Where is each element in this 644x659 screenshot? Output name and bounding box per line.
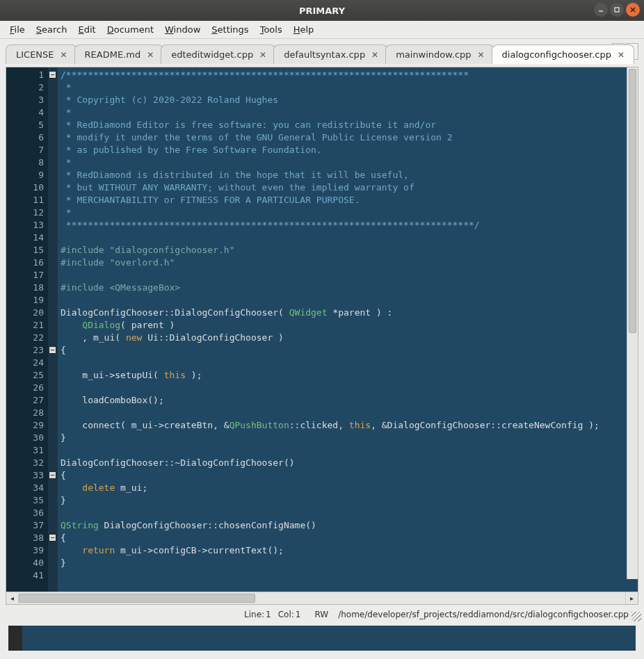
code-area[interactable]: /***************************************… bbox=[58, 67, 638, 592]
menu-edit[interactable]: Edit bbox=[72, 22, 101, 38]
maximize-button[interactable] bbox=[610, 3, 624, 17]
fold-toggle-icon[interactable]: − bbox=[49, 346, 56, 354]
line-number: 19 bbox=[8, 294, 44, 307]
code-line[interactable]: } bbox=[61, 494, 635, 507]
fold-column[interactable]: −−−− bbox=[48, 67, 58, 592]
line-number: 15 bbox=[8, 244, 44, 257]
menu-settings[interactable]: Settings bbox=[206, 22, 254, 38]
fold-toggle-icon[interactable]: − bbox=[49, 534, 56, 542]
tab-dialogconfigchooser-cpp[interactable]: dialogconfigchooser.cpp✕ bbox=[492, 44, 634, 64]
line-number: 16 bbox=[8, 257, 44, 269]
code-line[interactable] bbox=[61, 569, 635, 582]
code-line[interactable]: delete m_ui; bbox=[61, 482, 635, 494]
code-line[interactable]: ****************************************… bbox=[61, 219, 635, 231]
vertical-scrollbar-thumb[interactable] bbox=[629, 69, 636, 333]
menu-help[interactable]: Help bbox=[288, 22, 320, 38]
tab-readme-md[interactable]: README.md✕ bbox=[74, 44, 164, 64]
code-line[interactable]: { bbox=[61, 469, 635, 482]
line-number: 27 bbox=[8, 394, 44, 407]
code-editor[interactable]: 1234567891011121314151617181920212223242… bbox=[6, 67, 638, 592]
line-number: 29 bbox=[8, 419, 44, 432]
hscroll-right-button[interactable]: ▸ bbox=[625, 592, 638, 604]
line-number: 14 bbox=[8, 231, 44, 244]
line-number: 1 bbox=[8, 69, 44, 81]
code-line[interactable]: return m_ui->configCB->currentText(); bbox=[61, 544, 635, 557]
code-line[interactable] bbox=[61, 444, 635, 457]
code-line[interactable]: * bbox=[61, 206, 635, 219]
tab-close-icon[interactable]: ✕ bbox=[477, 51, 485, 59]
code-line[interactable]: loadComboBox(); bbox=[61, 394, 635, 407]
menu-file[interactable]: File bbox=[4, 22, 31, 38]
code-line[interactable]: * Copyright (c) 2020-2022 Roland Hughes bbox=[61, 94, 635, 106]
line-number: 18 bbox=[8, 282, 44, 294]
hscroll-thumb[interactable] bbox=[19, 594, 255, 603]
tab-close-icon[interactable]: ✕ bbox=[259, 51, 267, 59]
code-line[interactable]: #include "dialogconfigchooser.h" bbox=[61, 244, 635, 257]
line-number: 30 bbox=[8, 432, 44, 444]
horizontal-scrollbar[interactable]: ◂ ▸ bbox=[6, 592, 638, 604]
code-line[interactable]: , m_ui( new Ui::DialogConfigChooser ) bbox=[61, 332, 635, 344]
code-line[interactable]: #include "overlord.h" bbox=[61, 257, 635, 269]
code-line[interactable]: } bbox=[61, 432, 635, 444]
hscroll-track[interactable] bbox=[19, 592, 625, 604]
line-number: 31 bbox=[8, 444, 44, 457]
code-line[interactable] bbox=[61, 231, 635, 244]
tab-close-icon[interactable]: ✕ bbox=[146, 51, 154, 59]
line-number: 32 bbox=[8, 457, 44, 469]
code-line[interactable]: DialogConfigChooser::DialogConfigChooser… bbox=[61, 307, 635, 319]
line-number: 40 bbox=[8, 557, 44, 569]
tab-license[interactable]: LICENSE✕ bbox=[6, 44, 77, 64]
line-number: 10 bbox=[8, 181, 44, 194]
code-line[interactable]: * MERCHANTABILITY or FITNESS FOR A PARTI… bbox=[61, 194, 635, 206]
code-line[interactable] bbox=[61, 357, 635, 369]
code-line[interactable]: * but WITHOUT ANY WARRANTY; without even… bbox=[61, 181, 635, 194]
code-line[interactable] bbox=[61, 294, 635, 307]
code-line[interactable]: QString DialogConfigChooser::chosenConfi… bbox=[61, 519, 635, 532]
code-line[interactable] bbox=[61, 269, 635, 282]
line-number: 24 bbox=[8, 357, 44, 369]
minimize-button[interactable] bbox=[594, 3, 608, 17]
menu-window[interactable]: Window bbox=[159, 22, 206, 38]
resize-grip-icon[interactable] bbox=[631, 612, 641, 621]
code-line[interactable] bbox=[61, 507, 635, 519]
menu-search[interactable]: Search bbox=[31, 22, 73, 38]
line-number: 39 bbox=[8, 544, 44, 557]
code-line[interactable] bbox=[61, 382, 635, 394]
window-title: PRIMARY bbox=[299, 6, 345, 16]
code-line[interactable]: QDialog( parent ) bbox=[61, 319, 635, 332]
tab-edteditwidget-cpp[interactable]: edteditwidget.cpp✕ bbox=[161, 44, 276, 64]
close-button[interactable] bbox=[626, 3, 640, 17]
code-line[interactable]: * RedDiamond is distributed in the hope … bbox=[61, 169, 635, 181]
menu-document[interactable]: Document bbox=[102, 22, 159, 38]
tab-mainwindow-cpp[interactable]: mainwindow.cpp✕ bbox=[385, 44, 494, 64]
code-line[interactable]: connect( m_ui->createBtn, &QPushButton::… bbox=[61, 419, 635, 432]
code-line[interactable]: * RedDiamond Editor is free software: yo… bbox=[61, 119, 635, 131]
code-line[interactable]: DialogConfigChooser::~DialogConfigChoose… bbox=[61, 457, 635, 469]
code-line[interactable]: { bbox=[61, 344, 635, 357]
code-line[interactable]: } bbox=[61, 557, 635, 569]
code-line[interactable]: * bbox=[61, 106, 635, 119]
vertical-scrollbar[interactable] bbox=[627, 67, 638, 579]
code-line[interactable]: * as published by the Free Software Foun… bbox=[61, 144, 635, 156]
menu-tools[interactable]: Tools bbox=[255, 22, 288, 38]
tab-defaultsyntax-cpp[interactable]: defaultsyntax.cpp✕ bbox=[273, 44, 388, 64]
tab-close-icon[interactable]: ✕ bbox=[60, 51, 68, 59]
code-line[interactable]: { bbox=[61, 532, 635, 544]
tab-close-icon[interactable]: ✕ bbox=[371, 51, 379, 59]
code-line[interactable]: m_ui->setupUi( this ); bbox=[61, 369, 635, 382]
code-line[interactable]: * bbox=[61, 156, 635, 169]
code-line[interactable]: #include <QMessageBox> bbox=[61, 282, 635, 294]
hscroll-left-button[interactable]: ◂ bbox=[6, 592, 19, 604]
line-number: 9 bbox=[8, 169, 44, 181]
tab-close-icon[interactable]: ✕ bbox=[617, 51, 625, 59]
code-line[interactable]: /***************************************… bbox=[61, 69, 635, 81]
code-line[interactable] bbox=[61, 407, 635, 419]
fold-toggle-icon[interactable]: − bbox=[49, 71, 56, 79]
editor-wrap: 1234567891011121314151617181920212223242… bbox=[6, 67, 638, 605]
app-window: PRIMARY FileSearchEditDocumentWindowSett… bbox=[0, 0, 644, 659]
code-line[interactable]: * modify it under the terms of the GNU G… bbox=[61, 131, 635, 144]
command-input[interactable] bbox=[22, 626, 636, 651]
menubar: FileSearchEditDocumentWindowSettingsTool… bbox=[0, 21, 644, 39]
code-line[interactable]: * bbox=[61, 81, 635, 94]
fold-toggle-icon[interactable]: − bbox=[49, 471, 56, 479]
